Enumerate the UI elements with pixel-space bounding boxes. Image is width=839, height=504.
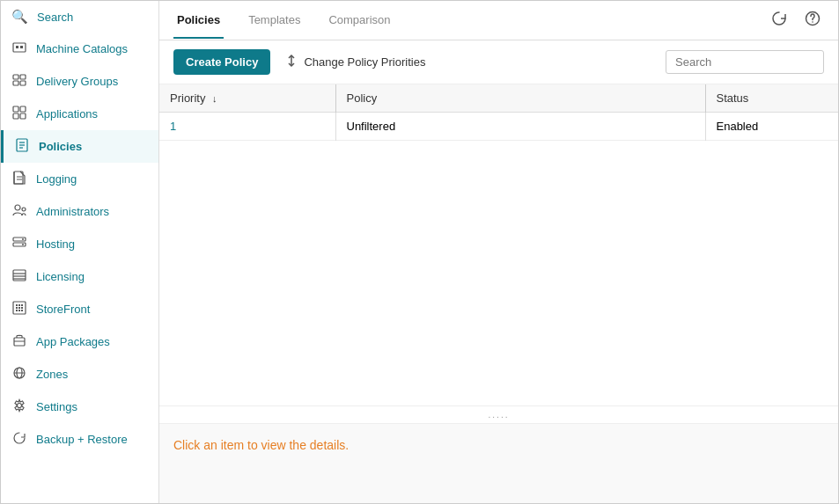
sidebar-item-policies[interactable]: Policies	[1, 130, 158, 163]
reorder-icon	[284, 54, 298, 70]
main-content: Policies Templates Comparison	[159, 1, 838, 503]
svg-point-22	[22, 238, 24, 240]
cell-status: Enabled	[705, 113, 838, 141]
sidebar-item-search[interactable]: 🔍 Search	[1, 1, 158, 33]
policies-table: Priority ↓ Policy Status 1 Unfiltered En…	[159, 84, 838, 141]
storefront-icon	[11, 301, 27, 318]
machine-catalogs-icon	[11, 40, 27, 57]
cell-priority: 1	[159, 113, 335, 141]
search-icon: 🔍	[11, 9, 28, 25]
sidebar-item-administrators[interactable]: Administrators	[1, 195, 158, 228]
sidebar-item-label: Licensing	[36, 270, 85, 283]
svg-rect-34	[21, 307, 23, 309]
backup-restore-icon	[11, 431, 27, 448]
table-row[interactable]: 1 Unfiltered Enabled	[159, 113, 838, 141]
sidebar-item-label: Policies	[39, 140, 82, 153]
tab-comparison[interactable]: Comparison	[325, 3, 394, 39]
tab-templates[interactable]: Templates	[245, 3, 304, 39]
sidebar-item-label: Logging	[36, 172, 77, 186]
sidebar-item-label: Applications	[36, 107, 98, 121]
hosting-icon	[11, 236, 27, 252]
svg-rect-31	[21, 304, 23, 306]
svg-point-23	[22, 244, 24, 245]
svg-rect-3	[13, 75, 18, 79]
sidebar-item-label: StoreFront	[36, 303, 90, 316]
svg-rect-8	[20, 106, 26, 112]
svg-rect-29	[16, 304, 18, 306]
sidebar-item-label: Search	[37, 11, 73, 24]
sidebar-item-logging[interactable]: Logging	[1, 163, 158, 195]
app-packages-icon	[11, 333, 27, 350]
svg-rect-5	[13, 81, 18, 85]
refresh-button[interactable]	[768, 7, 791, 33]
svg-rect-37	[21, 310, 23, 311]
pane-divider[interactable]: .....	[159, 405, 838, 424]
divider-dots: .....	[489, 410, 510, 420]
col-header-status[interactable]: Status	[705, 84, 838, 113]
sidebar-item-zones[interactable]: Zones	[1, 358, 158, 391]
tabs-left: Policies Templates Comparison	[173, 3, 394, 39]
svg-rect-35	[16, 310, 18, 311]
cell-policy: Unfiltered	[335, 113, 705, 141]
change-priority-button[interactable]: Change Policy Priorities	[284, 54, 425, 70]
svg-rect-9	[13, 113, 18, 119]
svg-rect-4	[20, 75, 26, 79]
detail-pane: Click an item to view the details.	[159, 424, 838, 503]
sidebar-item-licensing[interactable]: Licensing	[1, 260, 158, 293]
tabs-bar: Policies Templates Comparison	[159, 1, 838, 40]
sidebar-item-storefront[interactable]: StoreFront	[1, 293, 158, 325]
sidebar-item-hosting[interactable]: Hosting	[1, 228, 158, 260]
search-input[interactable]	[666, 50, 824, 74]
svg-rect-30	[18, 304, 20, 306]
sidebar-item-app-packages[interactable]: App Packages	[1, 325, 158, 358]
tab-policies[interactable]: Policies	[173, 3, 224, 39]
svg-rect-2	[20, 46, 23, 48]
svg-rect-6	[20, 81, 26, 85]
applications-icon	[11, 106, 27, 122]
sidebar-item-label: Zones	[36, 368, 68, 381]
help-button[interactable]	[801, 7, 824, 33]
svg-rect-7	[13, 106, 18, 112]
sidebar-item-settings[interactable]: Settings	[1, 391, 158, 423]
change-priority-label: Change Policy Priorities	[304, 55, 425, 69]
sidebar-item-label: Backup + Restore	[36, 433, 128, 446]
administrators-icon	[11, 203, 27, 220]
sidebar-item-label: Hosting	[36, 237, 75, 251]
col-header-policy[interactable]: Policy	[335, 84, 705, 113]
toolbar: Create Policy Change Policy Priorities	[159, 40, 838, 84]
svg-point-18	[15, 205, 20, 210]
zones-icon	[11, 366, 27, 383]
sidebar-item-label: Settings	[36, 400, 77, 413]
settings-icon	[11, 398, 27, 415]
sidebar-item-machine-catalogs[interactable]: Machine Catalogs	[1, 33, 158, 65]
detail-hint: Click an item to view the details.	[173, 438, 349, 452]
svg-rect-1	[16, 46, 18, 48]
svg-rect-10	[20, 113, 26, 119]
sort-arrow-icon: ↓	[212, 93, 217, 104]
sidebar: 🔍 Search Machine Catalogs Delivery Group…	[1, 1, 159, 503]
sidebar-item-backup-restore[interactable]: Backup + Restore	[1, 423, 158, 456]
svg-rect-0	[13, 43, 26, 52]
policies-icon	[14, 138, 30, 155]
create-policy-button[interactable]: Create Policy	[173, 49, 270, 75]
svg-point-19	[22, 208, 26, 211]
sidebar-item-label: Delivery Groups	[36, 75, 118, 88]
svg-point-45	[812, 21, 813, 23]
sidebar-item-label: App Packages	[36, 335, 110, 348]
svg-rect-36	[18, 310, 20, 311]
logging-icon	[11, 171, 27, 187]
sidebar-item-label: Machine Catalogs	[36, 42, 128, 55]
sidebar-item-label: Administrators	[36, 205, 109, 218]
svg-point-43	[18, 404, 22, 408]
licensing-icon	[11, 268, 27, 285]
tabs-right	[768, 7, 824, 33]
svg-rect-33	[18, 307, 20, 309]
search-box	[666, 50, 824, 74]
sidebar-item-applications[interactable]: Applications	[1, 98, 158, 130]
table-area: Priority ↓ Policy Status 1 Unfiltered En…	[159, 84, 838, 405]
col-header-priority[interactable]: Priority ↓	[159, 84, 335, 113]
delivery-groups-icon	[11, 73, 27, 90]
svg-rect-32	[16, 307, 18, 309]
sidebar-item-delivery-groups[interactable]: Delivery Groups	[1, 65, 158, 98]
